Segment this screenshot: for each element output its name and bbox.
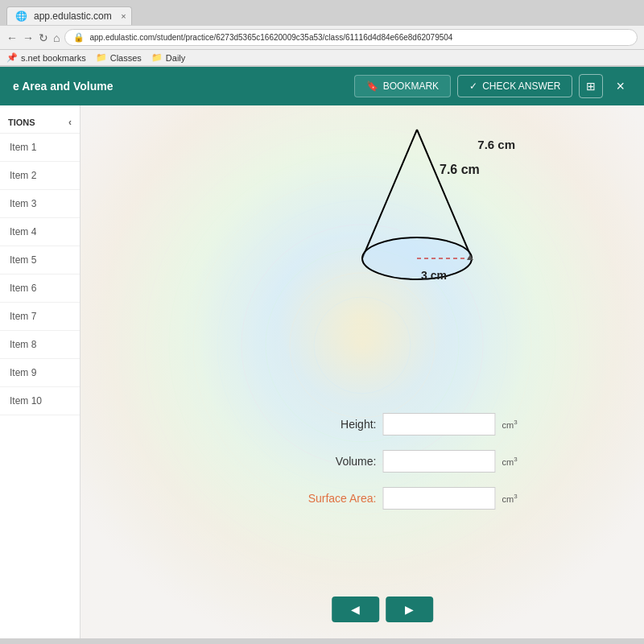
form-section: Height: cm3 Volume: cm3 Surface Area: cm…: [295, 413, 517, 510]
close-icon: ×: [616, 78, 625, 94]
prev-button[interactable]: ◀: [332, 597, 379, 622]
sidebar-item-label-5: Item 5: [10, 254, 36, 266]
sidebar-item-label-4: Item 4: [10, 226, 36, 237]
grid-icon: ⊞: [586, 80, 596, 93]
sidebar-item-label-3: Item 3: [10, 198, 36, 209]
next-icon: ▶: [405, 603, 414, 616]
checkmark-icon: ✓: [469, 80, 477, 92]
app-title: e Area and Volume: [13, 80, 113, 93]
sidebar-item-label-1: Item 1: [10, 142, 36, 153]
sidebar-item-3[interactable]: Item 3: [0, 190, 80, 218]
bookmark-icon-1: 📁: [96, 52, 107, 63]
sidebar-item-label-10: Item 10: [10, 395, 42, 407]
home-icon[interactable]: ⌂: [53, 31, 60, 44]
browser-chrome: 🌐 app.edulastic.com × ← → ↻ ⌂ 🔒 app.edul…: [0, 0, 644, 67]
svg-text:7.6 cm: 7.6 cm: [440, 163, 480, 176]
sidebar-item-1[interactable]: Item 1: [0, 134, 80, 162]
close-button[interactable]: ×: [609, 75, 631, 98]
lock-icon: 🔒: [73, 32, 85, 43]
content-area: 7.6 cm 3 cm 7.6 cm Height: cm3 Volume: c…: [80, 105, 644, 638]
sidebar-header: TIONS ‹: [0, 112, 80, 134]
sidebar-collapse-btn[interactable]: ‹: [68, 117, 72, 128]
height-input[interactable]: [382, 413, 495, 436]
volume-row: Volume: cm3: [295, 450, 517, 473]
reload-icon[interactable]: ↻: [39, 31, 48, 44]
tab-favicon: 🌐: [15, 10, 27, 22]
volume-input[interactable]: [382, 450, 495, 473]
bookmark-label-0: s.net bookmarks: [21, 53, 86, 63]
volume-label: Volume:: [295, 455, 376, 468]
bookmark-button[interactable]: 🔖 BOOKMARK: [354, 75, 451, 97]
bookmark-icon-2: 📁: [151, 52, 163, 63]
height-row: Height: cm3: [295, 413, 517, 436]
tab-bar: 🌐 app.edulastic.com ×: [0, 0, 644, 26]
bookmark-icon-0: 📌: [6, 52, 18, 63]
main-content: TIONS ‹ Item 1 Item 2 Item 3 Item 4 Item…: [0, 105, 644, 638]
sidebar-item-8[interactable]: Item 8: [0, 331, 80, 359]
bookmark-label-2: Daily: [166, 53, 185, 63]
tab-close-btn[interactable]: ×: [121, 11, 126, 21]
sidebar-item-label-7: Item 7: [10, 311, 36, 322]
check-answer-button[interactable]: ✓ CHECK ANSWER: [457, 75, 572, 97]
bookmark-label-1: Classes: [110, 53, 142, 63]
address-bar-row: ← → ↻ ⌂ 🔒 app.edulastic.com/student/prac…: [0, 26, 644, 50]
back-icon[interactable]: ←: [6, 31, 18, 44]
bookmarks-bar: 📌 s.net bookmarks 📁 Classes 📁 Daily: [0, 50, 644, 66]
cone-diagram: 7.6 cm 3 cm: [320, 122, 530, 331]
prev-icon: ◀: [351, 603, 360, 616]
bookmark-item-0[interactable]: 📌 s.net bookmarks: [6, 52, 86, 63]
sidebar-item-2[interactable]: Item 2: [0, 162, 80, 190]
surface-area-row: Surface Area: cm3: [295, 487, 517, 510]
sidebar-item-label-2: Item 2: [10, 170, 36, 181]
volume-unit: cm3: [502, 456, 517, 467]
address-bar[interactable]: 🔒 app.edulastic.com/student/practice/627…: [64, 29, 638, 46]
sidebar-item-4[interactable]: Item 4: [0, 218, 80, 246]
bookmark-label: BOOKMARK: [383, 80, 439, 92]
height-unit: cm3: [502, 419, 517, 430]
bookmark-item-2[interactable]: 📁 Daily: [151, 52, 185, 63]
sidebar-title: TIONS: [8, 118, 35, 127]
next-button[interactable]: ▶: [386, 597, 433, 622]
sidebar-item-9[interactable]: Item 9: [0, 359, 80, 387]
sidebar-item-7[interactable]: Item 7: [0, 303, 80, 331]
sidebar-item-label-8: Item 8: [10, 339, 36, 350]
bookmark-item-1[interactable]: 📁 Classes: [96, 52, 142, 63]
header-actions: 🔖 BOOKMARK ✓ CHECK ANSWER ⊞ ×: [354, 74, 631, 98]
surface-area-unit: cm3: [502, 493, 517, 504]
sidebar-item-10[interactable]: Item 10: [0, 387, 80, 415]
forward-icon[interactable]: →: [23, 31, 34, 44]
url-text: app.edulastic.com/student/practice/6273d…: [89, 33, 452, 42]
sidebar-item-label-9: Item 9: [10, 367, 36, 378]
sidebar: TIONS ‹ Item 1 Item 2 Item 3 Item 4 Item…: [0, 105, 80, 638]
check-answer-label: CHECK ANSWER: [482, 80, 560, 92]
bookmark-icon: 🔖: [366, 80, 378, 92]
tab-title: app.edulastic.com: [34, 10, 112, 22]
browser-tab[interactable]: 🌐 app.edulastic.com ×: [6, 6, 132, 25]
sidebar-item-5[interactable]: Item 5: [0, 246, 80, 275]
surface-area-input[interactable]: [382, 487, 495, 510]
bottom-navigation: ◀ ▶: [332, 597, 433, 622]
app-header: e Area and Volume 🔖 BOOKMARK ✓ CHECK ANS…: [0, 67, 644, 105]
slant-height-label: 7.6 cm: [477, 138, 515, 151]
height-label: Height:: [295, 418, 376, 431]
grid-button[interactable]: ⊞: [579, 74, 603, 98]
sidebar-item-label-6: Item 6: [10, 283, 36, 294]
sidebar-item-6[interactable]: Item 6: [0, 275, 80, 303]
surface-area-label: Surface Area:: [295, 492, 376, 505]
svg-text:3 cm: 3 cm: [421, 269, 447, 282]
